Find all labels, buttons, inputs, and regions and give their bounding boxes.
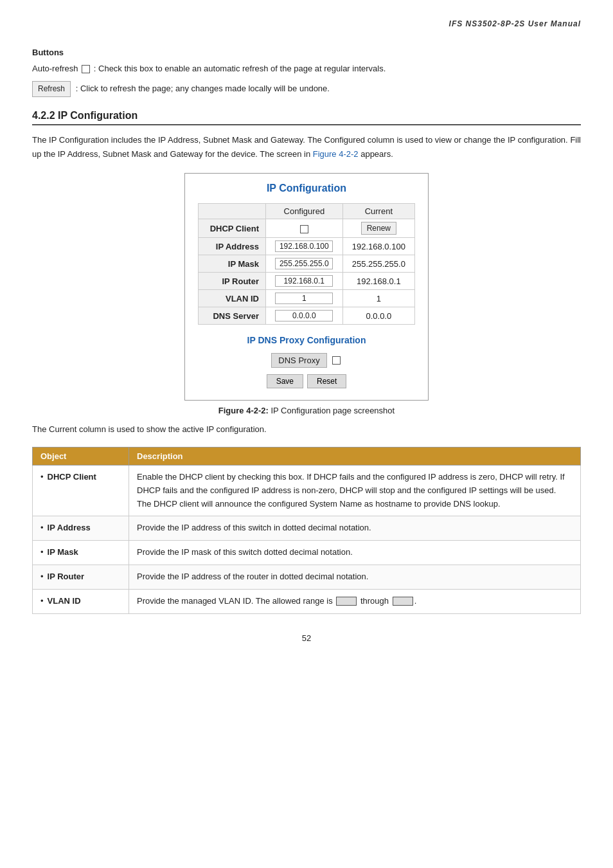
reset-button[interactable]: Reset <box>307 374 346 388</box>
ip-row-label: IP Router <box>199 273 266 290</box>
col-configured-header: Configured <box>265 204 342 219</box>
save-button[interactable]: Save <box>267 374 303 388</box>
ip-row-current: Renew <box>342 219 414 238</box>
ip-input-field[interactable]: 192.168.0.1 <box>275 275 333 287</box>
figure-link[interactable]: Figure 4-2-2 <box>313 149 359 159</box>
dns-proxy-row: DNS Proxy <box>198 353 415 368</box>
dns-proxy-title: IP DNS Proxy Configuration <box>198 335 415 345</box>
ip-row-label: IP Address <box>199 238 266 255</box>
ip-config-box: IP Configuration Configured Current DHCP… <box>184 173 429 401</box>
ip-row-configured: 192.168.0.100 <box>265 238 342 255</box>
ip-row-configured: 0.0.0.0 <box>265 307 342 325</box>
figure-caption-text: IP Configuration page screenshot <box>271 406 395 415</box>
vlan-range-end <box>393 597 413 606</box>
ip-row-configured: 192.168.0.1 <box>265 273 342 290</box>
ip-row-current: 255.255.255.0 <box>342 255 414 273</box>
ip-input-field[interactable]: 192.168.0.100 <box>275 240 333 252</box>
vlan-range-start <box>336 597 357 606</box>
ip-config-intro: The IP Configuration includes the IP Add… <box>32 133 581 161</box>
auto-refresh-prefix: Auto-refresh <box>32 64 78 73</box>
obj-name-label: IP Mask <box>48 546 78 559</box>
obj-name-cell: •IP Address <box>33 516 129 541</box>
object-description-table: Object Description •DHCP ClientEnable th… <box>32 447 581 614</box>
ip-row-label: DHCP Client <box>199 219 266 238</box>
figure-caption-bold: Figure 4-2-2: <box>218 406 269 415</box>
bullet-dot: • <box>40 595 44 608</box>
refresh-text: : Click to refresh the page; any changes… <box>76 84 330 93</box>
dns-proxy-section: IP DNS Proxy Configuration DNS Proxy Sav… <box>198 335 415 388</box>
col-current-header: Current <box>342 204 414 219</box>
current-col-note: The Current column is used to show the a… <box>32 423 581 437</box>
desc-col-header: Description <box>129 447 581 465</box>
obj-name-label: VLAN ID <box>48 595 81 608</box>
dns-proxy-label: DNS Proxy <box>271 353 326 368</box>
refresh-line: Refresh : Click to refresh the page; any… <box>32 81 581 97</box>
obj-description-cell: Provide the IP address of the router in … <box>129 565 581 589</box>
ip-input-field[interactable]: 255.255.255.0 <box>275 258 333 269</box>
bullet-dot: • <box>40 471 44 484</box>
bullet-dot: • <box>40 570 44 584</box>
obj-name-label: IP Router <box>48 570 85 584</box>
save-reset-row: Save Reset <box>198 374 415 388</box>
bullet-dot: • <box>40 521 44 535</box>
auto-refresh-line: Auto-refresh : Check this box to enable … <box>32 62 581 76</box>
ip-row-current: 1 <box>342 290 414 307</box>
refresh-button[interactable]: Refresh <box>32 81 71 97</box>
obj-description-cell: Provide the managed VLAN ID. The allowed… <box>129 589 581 613</box>
dhcp-client-checkbox[interactable] <box>300 225 308 233</box>
page-number: 52 <box>32 633 581 643</box>
obj-name-cell: •IP Mask <box>33 541 129 565</box>
obj-description-cell: Provide the IP mask of this switch dotte… <box>129 541 581 565</box>
ip-config-table: Configured Current DHCP ClientRenewIP Ad… <box>198 203 415 325</box>
obj-name-cell: •IP Router <box>33 565 129 589</box>
ip-row-configured: 255.255.255.0 <box>265 255 342 273</box>
buttons-label: Buttons <box>32 48 581 57</box>
obj-name-cell: •VLAN ID <box>33 589 129 613</box>
page-header-title: IFS NS3502-8P-2S User Manual <box>32 19 581 28</box>
ip-row-current: 0.0.0.0 <box>342 307 414 325</box>
bullet-dot: • <box>40 546 44 559</box>
obj-col-header: Object <box>33 447 129 465</box>
ip-row-label: IP Mask <box>199 255 266 273</box>
ip-row-label: DNS Server <box>199 307 266 325</box>
obj-name-cell: •DHCP Client <box>33 465 129 516</box>
dns-proxy-checkbox[interactable] <box>332 356 341 365</box>
obj-name-label: DHCP Client <box>48 471 96 484</box>
ip-input-field[interactable]: 0.0.0.0 <box>275 310 333 321</box>
ip-config-section-title: 4.2.2 IP Configuration <box>32 110 581 125</box>
ip-row-current: 192.168.0.100 <box>342 238 414 255</box>
ip-row-configured: 1 <box>265 290 342 307</box>
auto-refresh-checkbox[interactable] <box>82 65 90 73</box>
ip-row-label: VLAN ID <box>199 290 266 307</box>
figure-container: IP Configuration Configured Current DHCP… <box>32 173 581 415</box>
auto-refresh-text: : Check this box to enable an automatic … <box>94 64 386 73</box>
ip-config-box-title: IP Configuration <box>198 183 415 194</box>
ip-input-field[interactable]: 1 <box>275 293 333 304</box>
obj-name-label: IP Address <box>48 521 91 535</box>
buttons-section: Buttons Auto-refresh : Check this box to… <box>32 48 581 97</box>
obj-description-cell: Enable the DHCP client by checking this … <box>129 465 581 516</box>
renew-button[interactable]: Renew <box>361 222 396 235</box>
col-empty <box>199 204 266 219</box>
figure-caption: Figure 4-2-2: IP Configuration page scre… <box>218 406 395 415</box>
ip-row-current: 192.168.0.1 <box>342 273 414 290</box>
obj-description-cell: Provide the IP address of this switch in… <box>129 516 581 541</box>
ip-row-configured <box>265 219 342 238</box>
